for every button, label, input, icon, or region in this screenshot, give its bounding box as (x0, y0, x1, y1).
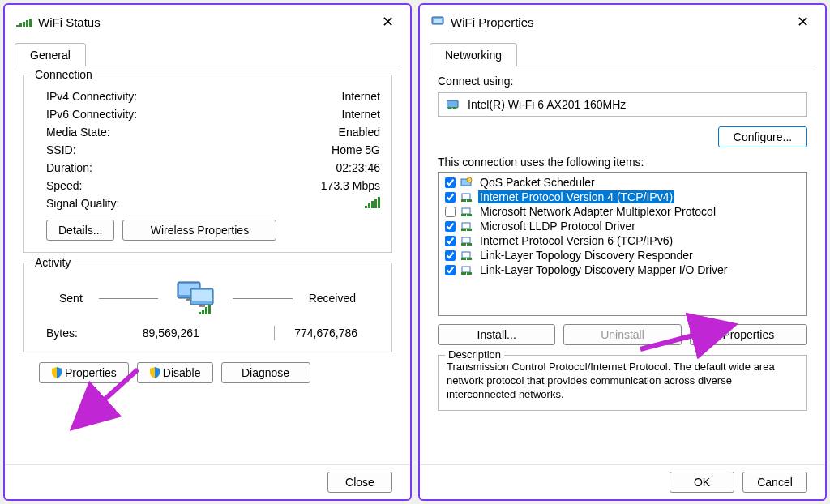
properties-button[interactable]: Properties (690, 324, 807, 345)
shield-icon (51, 367, 62, 378)
svg-rect-19 (461, 199, 466, 202)
protocol-icon (460, 250, 473, 261)
item-checkbox[interactable] (445, 250, 456, 261)
item-checkbox[interactable] (445, 192, 456, 203)
bytes-label: Bytes: (46, 327, 143, 340)
description-text: Transmission Control Protocol/Internet P… (447, 361, 798, 402)
network-monitors-icon (174, 280, 216, 316)
speed-label: Speed: (46, 179, 82, 192)
description-group: Description Transmission Control Protoco… (438, 355, 807, 411)
item-label: Link-Layer Topology Discovery Mapper I/O… (478, 263, 729, 276)
media-state-value: Enabled (339, 126, 380, 139)
list-item[interactable]: Link-Layer Topology Discovery Responder (439, 248, 806, 263)
item-label: Microsoft LLDP Protocol Driver (478, 220, 637, 233)
svg-rect-31 (461, 258, 466, 260)
protocol-icon (460, 191, 473, 203)
tab-general[interactable]: General (15, 43, 86, 66)
cancel-button[interactable]: Cancel (742, 472, 807, 493)
list-item[interactable]: Link-Layer Topology Discovery Mapper I/O… (439, 263, 806, 277)
item-label: QoS Packet Scheduler (478, 176, 597, 189)
adapter-name: Intel(R) Wi-Fi 6 AX201 160MHz (468, 98, 626, 111)
signal-quality-row: Signal Quality: (35, 194, 380, 213)
svg-rect-29 (467, 243, 472, 246)
duration-value: 02:23:46 (336, 161, 381, 174)
svg-rect-15 (453, 107, 456, 109)
protocol-icon (460, 235, 473, 246)
wifi-signal-icon (16, 15, 32, 29)
svg-rect-5 (199, 305, 205, 307)
ssid-value: Home 5G (332, 143, 380, 156)
signal-quality-label: Signal Quality: (46, 197, 119, 211)
wifi-properties-window: WiFi Properties ✕ Networking Connect usi… (418, 3, 827, 501)
svg-rect-4 (192, 290, 212, 301)
item-label: Link-Layer Topology Discovery Responder (478, 249, 695, 262)
items-listbox[interactable]: QoS Packet SchedulerInternet Protocol Ve… (438, 172, 807, 316)
close-icon[interactable]: ✕ (377, 11, 399, 32)
network-adapter-icon (431, 15, 444, 30)
svg-rect-28 (461, 243, 466, 246)
speed-value: 173.3 Mbps (321, 179, 380, 192)
wireless-properties-button[interactable]: Wireless Properties (122, 220, 276, 241)
media-state-label: Media State: (46, 126, 110, 139)
tab-row: General (5, 42, 410, 66)
svg-rect-34 (461, 272, 466, 275)
list-item[interactable]: Microsoft Network Adapter Multiplexor Pr… (439, 204, 806, 219)
ipv4-row: IPv4 Connectivity: Internet (35, 88, 380, 105)
svg-rect-26 (467, 229, 472, 231)
titlebar: WiFi Properties ✕ (420, 5, 825, 39)
list-item[interactable]: Microsoft LLDP Protocol Driver (439, 219, 806, 233)
ipv4-value: Internet (342, 90, 380, 103)
ipv4-label: IPv4 Connectivity: (46, 90, 137, 103)
item-checkbox[interactable] (445, 265, 456, 275)
adapter-box[interactable]: Intel(R) Wi-Fi 6 AX201 160MHz (438, 92, 807, 117)
ok-button[interactable]: OK (670, 472, 734, 493)
svg-rect-12 (434, 19, 442, 23)
protocol-icon (460, 177, 473, 188)
svg-rect-9 (208, 305, 211, 314)
close-icon[interactable]: ✕ (792, 11, 814, 32)
svg-rect-8 (205, 307, 208, 314)
list-item[interactable]: Internet Protocol Version 6 (TCP/IPv6) (439, 233, 806, 248)
protocol-icon (460, 264, 473, 275)
item-checkbox[interactable] (445, 221, 456, 232)
disable-button[interactable]: Disable (137, 362, 213, 383)
svg-rect-25 (461, 229, 466, 231)
svg-rect-14 (448, 107, 451, 109)
svg-rect-24 (462, 223, 470, 229)
item-checkbox[interactable] (445, 177, 456, 188)
tab-networking[interactable]: Networking (430, 43, 517, 66)
duration-label: Duration: (46, 161, 92, 174)
description-legend: Description (445, 348, 504, 361)
diagnose-button[interactable]: Diagnose (221, 362, 310, 383)
item-label: Internet Protocol Version 6 (TCP/IPv6) (478, 234, 674, 247)
install-button[interactable]: Install... (438, 324, 555, 345)
bytes-received-value: 774,676,786 (294, 327, 380, 340)
svg-rect-22 (461, 214, 466, 216)
svg-rect-33 (462, 267, 470, 272)
connection-group: Connection IPv4 Connectivity: Internet I… (23, 75, 392, 253)
svg-rect-23 (467, 214, 472, 216)
protocol-icon (460, 206, 473, 217)
svg-rect-13 (447, 100, 458, 108)
protocol-icon (460, 220, 473, 232)
configure-button[interactable]: Configure... (718, 126, 807, 147)
list-item[interactable]: Internet Protocol Version 4 (TCP/IPv4) (439, 190, 806, 204)
close-button[interactable]: Close (327, 472, 392, 493)
svg-rect-18 (462, 194, 470, 199)
svg-rect-30 (462, 252, 470, 258)
svg-rect-21 (462, 208, 470, 214)
item-checkbox[interactable] (445, 207, 456, 217)
properties-button[interactable]: Properties (39, 362, 129, 383)
list-item[interactable]: QoS Packet Scheduler (439, 175, 806, 190)
svg-rect-27 (462, 237, 470, 243)
details-button[interactable]: Details... (46, 220, 114, 241)
shield-icon (149, 367, 160, 378)
connect-using-label: Connect using: (438, 75, 807, 88)
item-checkbox[interactable] (445, 236, 456, 246)
svg-rect-35 (467, 272, 472, 275)
ssid-row: SSID: Home 5G (35, 141, 380, 159)
svg-rect-7 (202, 310, 204, 314)
item-label: Microsoft Network Adapter Multiplexor Pr… (478, 205, 717, 218)
svg-rect-6 (199, 312, 201, 314)
media-state-row: Media State: Enabled (35, 123, 380, 141)
